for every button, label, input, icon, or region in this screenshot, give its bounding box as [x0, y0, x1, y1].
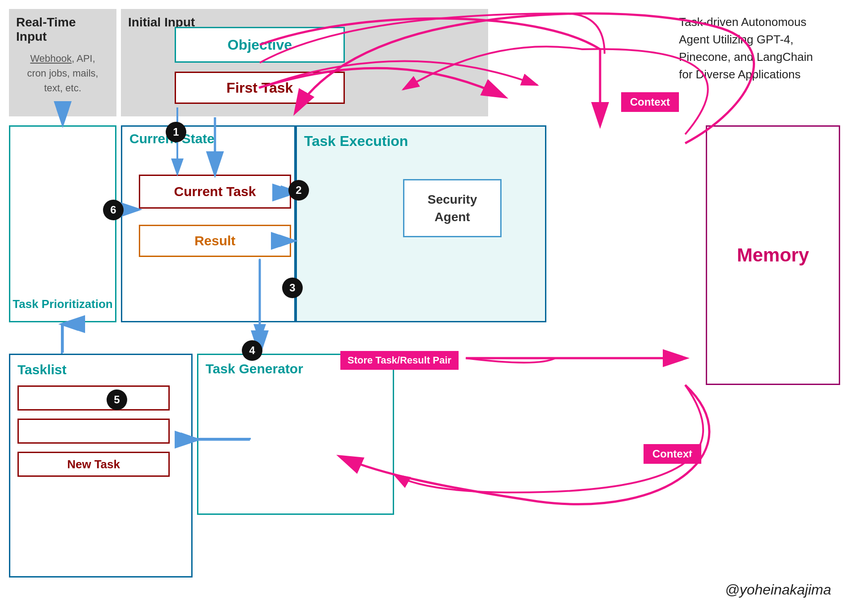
description-text: Task-driven AutonomousAgent Utilizing GP…: [679, 13, 840, 83]
step-5-circle: 5: [107, 389, 127, 410]
step-6-circle: 6: [103, 200, 124, 220]
step-3-circle: 3: [282, 278, 303, 298]
task-generator-box: Task Generator: [197, 354, 394, 515]
current-state-label: Current State: [122, 127, 294, 151]
step-1-circle: 1: [166, 122, 186, 142]
memory-text: Memory: [737, 244, 809, 266]
context-top-label: Context: [621, 92, 679, 112]
memory-box: Memory: [706, 125, 840, 385]
result-box: Result: [139, 225, 291, 257]
task-item-2: [17, 419, 170, 444]
task-prioritization-box: Task Prioritization: [9, 125, 116, 322]
real-time-input-box: Real-Time Input Webhook, API,cron jobs, …: [9, 9, 116, 116]
current-task-box: Current Task: [139, 175, 291, 209]
first-task-box: First Task: [175, 72, 345, 104]
objective-text: Objective: [227, 37, 292, 53]
real-time-input-content: Webhook, API,cron jobs, mails,text, etc.: [9, 46, 116, 101]
first-task-text: First Task: [227, 80, 293, 96]
real-time-input-title: Real-Time Input: [9, 9, 116, 46]
security-agent-text: SecurityAgent: [428, 191, 477, 226]
diagram-container: Real-Time Input Webhook, API,cron jobs, …: [0, 0, 867, 616]
result-text: Result: [194, 233, 236, 248]
task-prioritization-text: Task Prioritization: [13, 297, 112, 312]
tasklist-box: Tasklist New Task: [9, 354, 193, 578]
store-task-label: Store Task/Result Pair: [340, 351, 459, 370]
task-item-new-text: New Task: [67, 458, 120, 471]
current-state-area: Current State: [121, 125, 296, 322]
context-bottom-label: Context: [644, 444, 701, 464]
task-item-new: New Task: [17, 452, 170, 477]
task-execution-title: Task Execution: [297, 127, 545, 150]
signature: @yoheinakajima: [725, 582, 831, 598]
objective-box: Objective: [175, 27, 345, 63]
step-2-circle: 2: [288, 180, 309, 201]
task-item-1: [17, 385, 170, 411]
webhook-link: Webhook: [30, 53, 72, 64]
security-agent-box: SecurityAgent: [403, 179, 502, 237]
step-4-circle: 4: [242, 340, 262, 361]
current-task-text: Current Task: [174, 184, 256, 199]
tasklist-title: Tasklist: [17, 362, 184, 377]
